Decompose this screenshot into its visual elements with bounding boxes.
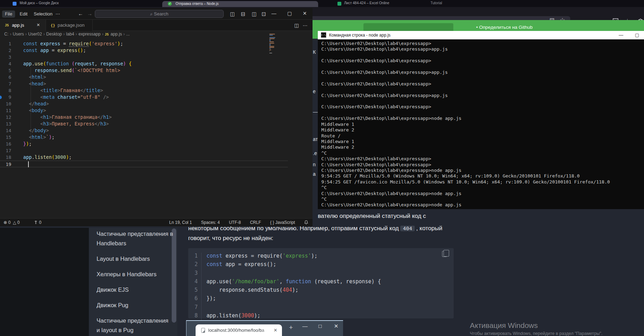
tab-app-js[interactable]: JS app.js ✕ xyxy=(0,20,46,31)
close-tab-icon[interactable]: ✕ xyxy=(37,22,40,27)
minimize-button[interactable]: — xyxy=(302,323,308,329)
close-button[interactable]: ✕ xyxy=(334,323,339,329)
code-line[interactable]: 17 xyxy=(0,147,288,154)
breadcrumb-item[interactable]: C: xyxy=(4,32,8,37)
command-center-search[interactable]: ⌕ Search xyxy=(95,10,224,18)
breadcrumb-item[interactable]: ... xyxy=(126,32,130,37)
code-line[interactable]: 19 xyxy=(0,161,288,167)
sidebar-item[interactable]: Хелперы в Handlebars xyxy=(97,270,173,279)
maximize-button[interactable]: ▢ xyxy=(635,32,639,38)
code-line[interactable]: 8 <title>Главная</title> xyxy=(0,87,288,94)
browser-tab-2[interactable]: ✓ Отправка ответа – Node.js xyxy=(162,1,318,7)
maximize-button[interactable]: □ xyxy=(318,323,322,329)
code-line[interactable]: 10 </head> xyxy=(0,101,288,107)
tab-close-icon[interactable]: ✕ xyxy=(274,328,277,333)
line-text xyxy=(202,270,206,278)
page-file-icon xyxy=(201,328,205,333)
cmd-output[interactable]: C:\Users\User02\Desktop\lab4\expressapp>… xyxy=(321,41,610,208)
sidebar-item[interactable]: Частичные представления и layout в Pug xyxy=(97,316,173,335)
problems-status[interactable]: ⊗ 0 △ 0 xyxy=(4,220,20,225)
breadcrumb-separator: › xyxy=(62,32,66,37)
breadcrumb-item[interactable]: lab4 xyxy=(66,32,74,37)
paragraph-line-1: вателю определенный статусный код с xyxy=(318,213,426,220)
sidebar-item[interactable]: Layout в Handlebars xyxy=(97,254,173,264)
code-line[interactable]: 15 <html>`); xyxy=(0,134,288,141)
language-mode[interactable]: { } JavaScript xyxy=(270,220,295,226)
line-text: <meta charset="utf-8" /> xyxy=(16,94,109,101)
mini-browser-tab[interactable]: localhost:3000/home/foo/ba ✕ xyxy=(196,324,282,336)
cmd-line: C:\Users\User02\Desktop\lab4\expressapp>… xyxy=(321,93,610,98)
code-line[interactable]: 6 <html> xyxy=(0,74,288,80)
breadcrumb-item[interactable]: expressapp xyxy=(78,32,100,37)
minimap-line xyxy=(269,44,271,45)
sidebar-item[interactable]: Движок Pug xyxy=(97,301,173,310)
menu-edit[interactable]: Edit xyxy=(17,11,30,18)
code-line[interactable]: 9 <meta charset="utf-8" /> xyxy=(0,94,288,101)
code-line[interactable]: 7 <head> xyxy=(0,80,288,87)
code-line[interactable]: 3 xyxy=(0,54,288,60)
cmd-line: C:\Users\User02\Desktop\lab4\expressapp>… xyxy=(321,202,610,208)
minimap[interactable] xyxy=(269,34,280,55)
line-text: </head> xyxy=(16,101,49,107)
sidebar-item[interactable]: Частичные представления в Handlebars xyxy=(97,229,173,248)
webpage-code-line: 1const express = require('express'); xyxy=(188,253,454,261)
cmd-line xyxy=(321,110,610,116)
code-line[interactable]: 18app.listen(3000); xyxy=(0,154,288,161)
ports-count: 0 xyxy=(39,220,41,225)
breadcrumb-item[interactable]: Users xyxy=(13,32,24,37)
breadcrumb-item[interactable]: Desktop xyxy=(46,32,62,37)
github-link[interactable]: • Определиться на Github xyxy=(476,25,533,30)
nav-back-icon[interactable]: ← xyxy=(78,11,83,17)
line-text: <html>`); xyxy=(16,134,54,141)
menu-selection[interactable]: Selection xyxy=(31,11,55,18)
split-editor-icon[interactable]: ◫ xyxy=(294,22,299,28)
close-button[interactable]: ✕ xyxy=(303,11,307,16)
breadcrumb-item[interactable]: app.js xyxy=(111,32,122,37)
toggle-secondary-sidebar-icon[interactable]: ◫ xyxy=(252,11,257,17)
code-editor[interactable]: 1const express = require('express');2con… xyxy=(0,40,288,167)
vscode-statusbar: ⊗ 0 △ 0 0 Ln 19, Col 1 Spaces: 4 UTF-8 C… xyxy=(0,218,313,226)
customize-layout-icon[interactable]: ⊡ xyxy=(262,11,266,17)
line-number: 18 xyxy=(0,154,16,161)
nav-forward-icon[interactable]: → xyxy=(87,11,92,17)
code-line[interactable]: 2const app = express(); xyxy=(0,47,288,54)
breadcrumb[interactable]: C:›Users›User02›Desktop›lab4›expressapp›… xyxy=(4,32,130,37)
maximize-button[interactable]: ▢ xyxy=(287,11,292,16)
cmd-line: 9:54:25 GET / Mozilla/5.0 (Windows NT 10… xyxy=(321,173,610,179)
editor-more-actions-icon[interactable]: ⋯ xyxy=(303,22,308,28)
cmd-line: ^C xyxy=(321,185,610,190)
code-line[interactable]: 14 </body> xyxy=(0,127,288,134)
ports-status[interactable]: 0 xyxy=(34,220,41,225)
breadcrumb-item[interactable]: User02 xyxy=(28,32,42,37)
line-number: 3 xyxy=(188,270,202,278)
eol-sequence[interactable]: CRLF xyxy=(250,220,261,226)
code-line[interactable]: 11 <body> xyxy=(0,107,288,114)
code-line[interactable]: 4app.use(function (request, response) { xyxy=(0,60,288,67)
breadcrumb-separator: › xyxy=(42,32,46,37)
mini-browser-tab-title: localhost:3000/home/foo/ba xyxy=(208,328,270,333)
line-text: response.sendStatus(404); xyxy=(202,287,298,295)
encoding[interactable]: UTF-8 xyxy=(229,220,241,226)
cmd-line: C:\Users\User02\Desktop\lab4\expressapp>… xyxy=(321,191,610,196)
new-tab-button[interactable]: + xyxy=(289,324,293,331)
code-line[interactable]: 12 <h1>Главная страница</h1> xyxy=(0,114,288,121)
code-line[interactable]: 16}); xyxy=(0,141,288,147)
browser-tab-3[interactable]: Лист 484-424 – Excel Online xyxy=(344,1,389,5)
minimize-button[interactable]: — xyxy=(619,32,623,38)
indentation[interactable]: Spaces: 4 xyxy=(201,220,220,226)
cursor-position[interactable]: Ln 19, Col 1 xyxy=(169,220,192,226)
code-line[interactable]: 13 <h3>Привет, Express</h3> xyxy=(0,121,288,127)
copy-code-icon[interactable] xyxy=(442,251,447,257)
browser-tab-1[interactable]: Мой диск – Google Диск xyxy=(20,1,59,5)
toggle-panel-icon[interactable]: ⊟ xyxy=(241,11,245,17)
toggle-sidebar-icon[interactable]: ◫ xyxy=(230,11,235,17)
language-icon: { } xyxy=(270,220,274,225)
menu-more[interactable]: ⋯ xyxy=(53,11,63,18)
minimize-button[interactable]: — xyxy=(271,11,276,16)
tab-package-json[interactable]: {} package.json xyxy=(46,20,93,31)
code-line[interactable]: 5 response.send(`<!DOCTYPE html> xyxy=(0,67,288,74)
notifications-bell-icon[interactable] xyxy=(304,220,308,226)
menu-file[interactable]: File xyxy=(2,11,15,18)
code-line[interactable]: 1const express = require('express'); xyxy=(0,40,288,47)
sidebar-item[interactable]: Движок EJS xyxy=(97,285,173,295)
